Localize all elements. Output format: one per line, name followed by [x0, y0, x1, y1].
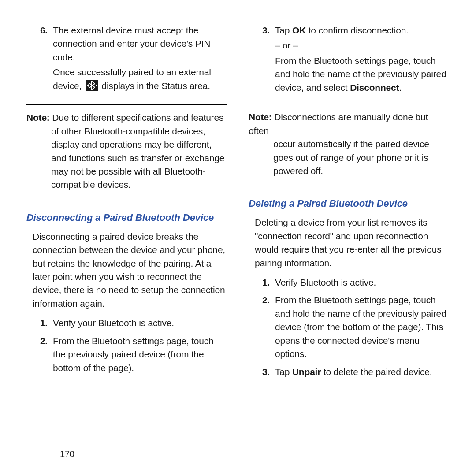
- bluetooth-connected-icon: [86, 80, 98, 95]
- text: The external device must accept the conn…: [53, 24, 227, 64]
- section-heading: Disconnecting a Paired Bluetooth Device: [26, 211, 227, 225]
- right-column: 3. Tap OK to confirm disconnection. – or…: [249, 23, 450, 436]
- item-number: 2.: [249, 294, 275, 361]
- list-item: 3. Tap OK to confirm disconnection. – or…: [249, 24, 450, 96]
- item-number: 3.: [249, 24, 275, 96]
- item-number: 2.: [26, 335, 53, 375]
- left-column: 6. The external device must accept the c…: [26, 23, 227, 436]
- note-label: Note:: [26, 112, 50, 123]
- page: 6. The external device must accept the c…: [0, 0, 476, 436]
- paragraph: Disconnecting a paired device breaks the…: [33, 230, 227, 311]
- text: From the Bluetooth settings page, touch …: [275, 294, 450, 361]
- text: to delete the paired device.: [321, 367, 432, 377]
- divider: [249, 104, 450, 104]
- section-heading: Deleting a Paired Bluetooth Device: [249, 197, 450, 211]
- list-item: 1. Verify Bluetooth is active.: [249, 276, 450, 289]
- item-body: The external device must accept the conn…: [53, 24, 227, 97]
- item-number: 3.: [249, 365, 275, 379]
- divider: [26, 104, 227, 105]
- text: From the Bluetooth settings page, touch …: [275, 54, 450, 94]
- text-bold: OK: [292, 25, 306, 35]
- note-block: Note: Due to different specifications an…: [26, 111, 227, 192]
- paragraph: Deleting a device from your list removes…: [255, 216, 450, 270]
- item-number: 6.: [26, 24, 53, 97]
- note-label: Note:: [249, 112, 272, 122]
- text: Due to different specifications and feat…: [50, 112, 224, 123]
- text: .: [399, 82, 402, 93]
- list-item: 3. Tap Unpair to delete the paired devic…: [249, 365, 450, 379]
- text: Tap OK to confirm disconnection.: [275, 24, 450, 37]
- text: displays in the Status area.: [99, 81, 210, 91]
- text: Verify Bluetooth is active.: [275, 276, 450, 289]
- text-bold: Disconnect: [350, 82, 399, 93]
- text: Once successfully paired to an external …: [53, 66, 227, 95]
- list-item: 1. Verify your Bluetooth is active.: [26, 316, 227, 330]
- text: of other Bluetooth-compatible devices, d…: [26, 125, 227, 192]
- text: occur automatically if the paired device…: [249, 138, 450, 178]
- item-body: Tap OK to confirm disconnection. – or – …: [275, 24, 450, 96]
- text: Tap Unpair to delete the paired device.: [275, 365, 450, 379]
- text: From the Bluetooth settings page, touch …: [53, 335, 227, 375]
- note-block: Note: Disconnections are manually done b…: [249, 111, 450, 178]
- divider: [249, 186, 450, 186]
- item-number: 1.: [26, 316, 53, 330]
- divider: [26, 200, 227, 200]
- list-item: 2. From the Bluetooth settings page, tou…: [26, 335, 227, 375]
- text: Disconnections are manually done but oft…: [249, 112, 428, 135]
- item-number: 1.: [249, 276, 275, 289]
- text: – or –: [275, 39, 450, 52]
- text: Tap: [275, 25, 292, 35]
- text: to confirm disconnection.: [306, 25, 409, 35]
- list-item: 2. From the Bluetooth settings page, tou…: [249, 294, 450, 361]
- text: Verify your Bluetooth is active.: [53, 316, 227, 330]
- text: Tap: [275, 367, 292, 377]
- list-item: 6. The external device must accept the c…: [26, 24, 227, 97]
- page-number: 170: [60, 448, 74, 461]
- text-bold: Unpair: [292, 367, 321, 377]
